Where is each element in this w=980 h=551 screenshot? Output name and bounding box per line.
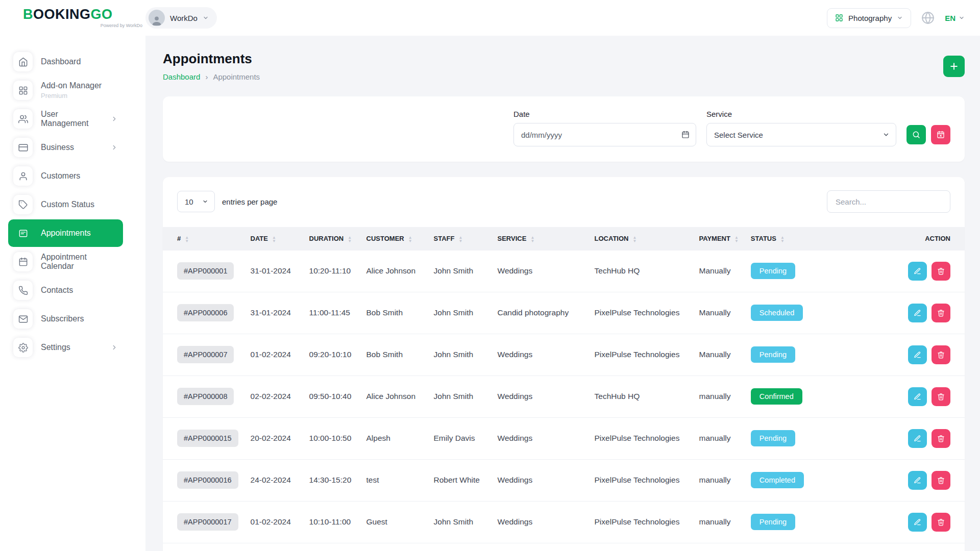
sidebar-item-customers[interactable]: Customers [8, 162, 123, 190]
cell-customer: Alice Johnson [360, 251, 428, 292]
edit-button[interactable] [908, 387, 927, 406]
cell-date: 24-02-2024 [244, 459, 303, 501]
pencil-icon [914, 435, 921, 442]
cell-date: 31-01-2024 [244, 292, 303, 334]
breadcrumb-dashboard-link[interactable]: Dashboard [163, 72, 200, 81]
sidebar-item-label: Custom Status [41, 200, 94, 209]
sort-icon: ▲▼ [408, 236, 412, 243]
apply-filter-button[interactable] [906, 125, 926, 144]
delete-button[interactable] [932, 471, 950, 490]
chevron-right-icon [111, 115, 118, 122]
cell-customer: Bob Smith [360, 292, 428, 334]
column-header-id[interactable]: #▲▼ [163, 227, 244, 251]
delete-button[interactable] [932, 262, 950, 281]
sidebar-item-dashboard[interactable]: Dashboard [8, 48, 123, 76]
column-header-customer[interactable]: CUSTOMER▲▼ [360, 227, 428, 251]
appointments-table-body: #APP000001 31-01-2024 10:20-11:10 Alice … [163, 251, 965, 551]
edit-button[interactable] [908, 304, 927, 322]
cell-date: 31-01-2024 [244, 251, 303, 292]
chevron-right-icon [111, 144, 118, 151]
sort-icon: ▲▼ [780, 236, 785, 243]
tag-icon [13, 195, 33, 214]
sidebar-item-label: Add-on Manager [41, 81, 102, 90]
sidebar-item-appointments[interactable]: Appointments [8, 219, 123, 247]
delete-button[interactable] [932, 304, 950, 322]
column-header-payment[interactable]: PAYMENT▲▼ [693, 227, 745, 251]
column-header-status[interactable]: STATUS▲▼ [745, 227, 821, 251]
column-header-service[interactable]: SERVICE▲▼ [492, 227, 589, 251]
edit-button[interactable] [908, 471, 927, 490]
cell-customer: Alpesh [360, 417, 428, 459]
sidebar-item-label: Settings [41, 343, 70, 352]
cell-staff: Robert White [428, 459, 492, 501]
appointment-id-badge: #APP000007 [177, 346, 234, 363]
language-selector[interactable]: EN [945, 14, 965, 22]
edit-button[interactable] [908, 345, 927, 364]
service-select[interactable]: Select Service [706, 123, 896, 146]
column-header-staff[interactable]: STAFF▲▼ [428, 227, 492, 251]
column-header-date[interactable]: DATE▲▼ [244, 227, 303, 251]
table-search-input[interactable] [827, 190, 950, 213]
sidebar-item-label: Appointment Calendar [41, 253, 118, 271]
status-badge: Pending [751, 346, 795, 363]
cell-actions [821, 334, 965, 375]
column-header-location[interactable]: LOCATION▲▼ [589, 227, 693, 251]
cell-actions [821, 543, 965, 551]
sidebar-item-business[interactable]: Business [8, 134, 123, 161]
table-row: #APP000006 31-01-2024 11:00-11:45 Bob Sm… [163, 292, 965, 334]
cell-actions [821, 375, 965, 417]
workspace-selector[interactable]: WorkDo [145, 7, 217, 29]
chevron-down-icon [897, 15, 903, 21]
topbar-right: Photography EN [827, 8, 965, 28]
delete-button[interactable] [932, 387, 950, 406]
cell-payment: Manually [693, 334, 745, 375]
mail-icon [13, 309, 33, 329]
pencil-icon [914, 477, 921, 484]
sidebar-item-appointment-calendar[interactable]: Appointment Calendar [8, 248, 123, 276]
appointments-table: #▲▼ DATE▲▼ DURATION▲▼ CUSTOMER▲▼ STAFF▲▼… [163, 227, 965, 551]
brand-logo-text: BOOKINGGO [23, 8, 145, 21]
cell-location: PixelPulse Technologies [589, 334, 693, 375]
cell-service: Weddings [492, 543, 589, 551]
person-icon [151, 15, 162, 26]
cell-service: Weddings [492, 251, 589, 292]
page-header: Appointments Dashboard › Appointments [163, 51, 965, 81]
date-input[interactable] [513, 123, 696, 146]
table-row: #APP0000017 01-02-2024 10:10-11:00 Guest… [163, 501, 965, 543]
reset-filter-button[interactable] [931, 125, 950, 144]
sidebar-item-addon-manager[interactable]: Add-on Manager Premium [8, 77, 123, 104]
column-header-duration[interactable]: DURATION▲▼ [303, 227, 360, 251]
cell-staff: Emily Davis [428, 417, 492, 459]
cell-payment: manually [693, 501, 745, 543]
entries-per-page-select[interactable]: 10 [177, 191, 215, 212]
delete-button[interactable] [932, 513, 950, 532]
sidebar-item-custom-status[interactable]: Custom Status [8, 191, 123, 218]
edit-button[interactable] [908, 513, 927, 532]
delete-button[interactable] [932, 429, 950, 448]
sidebar-item-user-management[interactable]: User Management [8, 105, 123, 133]
credit-card-icon [13, 138, 33, 157]
table-header-row: #▲▼ DATE▲▼ DURATION▲▼ CUSTOMER▲▼ STAFF▲▼… [163, 227, 965, 251]
trash-icon [937, 477, 945, 484]
plus-icon [949, 61, 959, 71]
cell-id: #APP0000017 [163, 501, 244, 543]
sidebar-item-settings[interactable]: Settings [8, 334, 123, 361]
chevron-down-icon [959, 15, 965, 21]
cell-date: 02-02-2024 [244, 375, 303, 417]
cell-status: Pending [745, 334, 821, 375]
workspace-name: WorkDo [170, 14, 198, 22]
chevron-down-icon [203, 15, 209, 21]
globe-icon[interactable] [921, 11, 935, 24]
sidebar-item-subscribers[interactable]: Subscribers [8, 305, 123, 333]
edit-button[interactable] [908, 262, 927, 281]
cell-duration: 10:20-11:10 [303, 543, 360, 551]
delete-button[interactable] [932, 345, 950, 364]
sort-icon: ▲▼ [458, 236, 462, 243]
sidebar-item-contacts[interactable]: Contacts [8, 277, 123, 304]
sidebar-item-label: Dashboard [41, 57, 81, 66]
add-appointment-button[interactable] [943, 56, 965, 77]
module-selector-button[interactable]: Photography [827, 8, 911, 28]
cell-payment: manually [693, 375, 745, 417]
status-badge: Pending [751, 263, 795, 279]
edit-button[interactable] [908, 429, 927, 448]
